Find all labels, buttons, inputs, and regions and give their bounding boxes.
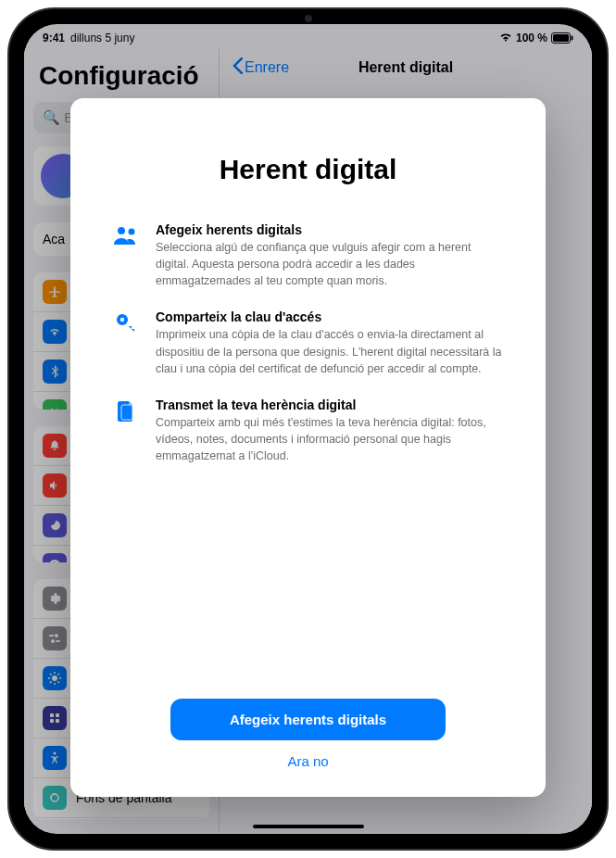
svg-rect-19 <box>121 405 132 420</box>
feature-pass-legacy: Transmet la teva herència digital Compar… <box>111 397 505 464</box>
svg-point-18 <box>120 318 124 322</box>
screen: 9:41 dilluns 5 juny 100 % Configuració 🔍… <box>24 24 592 834</box>
modal-overlay: Herent digital Afegeix herents digitals … <box>24 24 592 834</box>
feature-desc: Selecciona algú de confiança que vulguis… <box>156 239 505 289</box>
modal-title: Herent digital <box>111 154 505 185</box>
not-now-button[interactable]: Ara no <box>287 753 328 769</box>
camera-notch <box>305 15 312 22</box>
add-legacy-contact-button[interactable]: Afegeix herents digitals <box>170 699 446 740</box>
ipad-frame: 9:41 dilluns 5 juny 100 % Configuració 🔍… <box>9 9 607 849</box>
svg-point-16 <box>129 229 135 235</box>
feature-add-contacts: Afegeix herents digitals Selecciona algú… <box>111 222 505 289</box>
feature-heading: Transmet la teva herència digital <box>156 397 505 412</box>
feature-share-key: Comparteix la clau d'accés Imprimeix una… <box>111 309 505 376</box>
feature-heading: Comparteix la clau d'accés <box>156 309 505 324</box>
svg-point-15 <box>118 227 125 234</box>
documents-icon <box>111 397 141 464</box>
feature-desc: Comparteix amb qui més t'estimes la teva… <box>156 414 505 464</box>
feature-desc: Imprimeix una còpia de la clau d'accés o… <box>156 326 505 376</box>
feature-heading: Afegeix herents digitals <box>156 222 505 237</box>
people-icon <box>111 222 141 289</box>
key-icon <box>111 309 141 376</box>
home-indicator[interactable] <box>253 825 364 828</box>
digital-legacy-modal: Herent digital Afegeix herents digitals … <box>70 98 546 797</box>
